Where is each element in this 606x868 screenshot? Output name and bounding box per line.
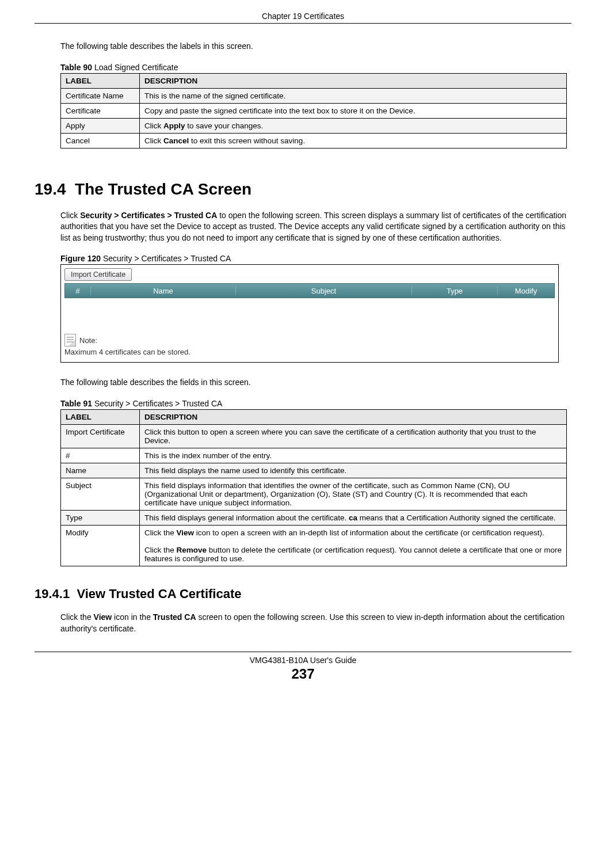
bold-text: Cancel xyxy=(163,136,189,145)
table-row: Type This field displays general informa… xyxy=(61,510,567,525)
text: Click the xyxy=(144,528,177,537)
cell-label: Certificate xyxy=(61,103,140,118)
table-row: LABEL DESCRIPTION xyxy=(61,73,567,88)
text: icon to open a screen with an in-depth l… xyxy=(194,528,544,537)
table-row: LABEL DESCRIPTION xyxy=(61,409,567,424)
bold-text: ca xyxy=(349,513,357,522)
cell-desc: Click this button to open a screen where… xyxy=(140,424,567,448)
table-row: Certificate Name This is the name of the… xyxy=(61,88,567,103)
figure-120-caption: Figure 120 Security > Certificates > Tru… xyxy=(60,254,571,263)
text: Click xyxy=(60,211,80,220)
col-header-modify: Modify xyxy=(498,287,554,295)
bold-text: Trusted CA xyxy=(153,612,196,622)
note-icon xyxy=(64,334,76,347)
section-title: The Trusted CA Screen xyxy=(75,180,251,198)
bold-text: Apply xyxy=(163,121,185,130)
import-certificate-button[interactable]: Import Certificate xyxy=(64,268,132,281)
cell-label: Cancel xyxy=(61,133,140,148)
text: Click xyxy=(144,136,163,145)
section-heading-19-4-1: 19.4.1 View Trusted CA Certificate xyxy=(35,587,571,601)
table-header-description: DESCRIPTION xyxy=(140,409,567,424)
cell-desc: This is the name of the signed certifica… xyxy=(140,88,567,103)
text: to save your changes. xyxy=(185,121,264,130)
text: Click the xyxy=(60,612,94,622)
figure-120-caption-bold: Figure 120 xyxy=(60,254,101,263)
table-row: Subject This field displays information … xyxy=(61,478,567,510)
cell-desc: Click the View icon to open a screen wit… xyxy=(140,525,567,566)
table-91: LABEL DESCRIPTION Import Certificate Cli… xyxy=(60,409,567,566)
section-19-4-para: Click Security > Certificates > Trusted … xyxy=(60,210,571,244)
section-title: View Trusted CA Certificate xyxy=(77,587,241,601)
cell-label: Name xyxy=(61,463,140,478)
cell-desc: This field displays the name used to ide… xyxy=(140,463,567,478)
table-header-label: LABEL xyxy=(61,73,140,88)
bold-text: Remove xyxy=(177,546,207,554)
text: means that a Certification Authority sig… xyxy=(357,513,555,522)
text: to exit this screen without saving. xyxy=(189,136,305,145)
intro-text-2: The following table describes the fields… xyxy=(60,377,571,389)
cell-desc: Click Apply to save your changes. xyxy=(140,118,567,133)
bold-text: Security > Certificates > Trusted CA xyxy=(80,211,217,220)
cell-label: Import Certificate xyxy=(61,424,140,448)
chapter-header: Chapter 19 Certificates xyxy=(35,12,571,21)
cell-label: Modify xyxy=(61,525,140,566)
table-row: Name This field displays the name used t… xyxy=(61,463,567,478)
section-19-4-1-para: Click the View icon in the Trusted CA sc… xyxy=(60,612,571,634)
header-rule xyxy=(35,23,571,24)
table-90-caption-rest: Load Signed Certificate xyxy=(92,63,178,72)
trusted-ca-table-header: # Name Subject Type Modify xyxy=(64,283,555,298)
table-header-label: LABEL xyxy=(61,409,140,424)
bold-text: View xyxy=(177,528,195,537)
note-max-text: Maximum 4 certificates can be stored. xyxy=(64,348,555,356)
col-header-name: Name xyxy=(91,287,236,295)
text: Click the xyxy=(144,546,177,554)
figure-120: Import Certificate # Name Subject Type M… xyxy=(60,264,571,363)
bold-text: View xyxy=(94,612,112,622)
section-heading-19-4: 19.4 The Trusted CA Screen xyxy=(35,180,571,199)
table-row: # This is the index number of the entry. xyxy=(61,448,567,463)
col-header-type: Type xyxy=(412,287,498,295)
table-row: Modify Click the View icon to open a scr… xyxy=(61,525,567,566)
text: This field displays general information … xyxy=(144,513,349,522)
cell-label: Apply xyxy=(61,118,140,133)
text: button to delete the certificate (or cer… xyxy=(144,546,562,563)
table-90-caption: Table 90 Load Signed Certificate xyxy=(60,63,571,72)
page-footer: VMG4381-B10A User's Guide 237 xyxy=(35,652,571,682)
cell-label: # xyxy=(61,448,140,463)
col-header-subject: Subject xyxy=(236,287,412,295)
table-90-caption-bold: Table 90 xyxy=(60,63,92,72)
table-91-caption-rest: Security > Certificates > Trusted CA xyxy=(92,399,222,408)
figure-120-caption-rest: Security > Certificates > Trusted CA xyxy=(101,254,231,263)
intro-text-1: The following table describes the labels… xyxy=(60,41,571,52)
table-91-caption: Table 91 Security > Certificates > Trust… xyxy=(60,399,571,408)
cell-desc: Copy and paste the signed certificate in… xyxy=(140,103,567,118)
footer-guide-title: VMG4381-B10A User's Guide xyxy=(35,656,571,665)
text: icon in the xyxy=(112,612,153,622)
table-row: Certificate Copy and paste the signed ce… xyxy=(61,103,567,118)
note-label: Note: xyxy=(79,336,97,345)
col-header-index: # xyxy=(65,287,91,295)
table-row: Cancel Click Cancel to exit this screen … xyxy=(61,133,567,148)
trusted-ca-table-body-empty xyxy=(64,298,555,330)
text: Click xyxy=(144,121,163,130)
note-row: Note: xyxy=(64,334,555,347)
figure-120-frame: Import Certificate # Name Subject Type M… xyxy=(60,264,559,363)
cell-desc: This field displays information that ide… xyxy=(140,478,567,510)
cell-desc: This field displays general information … xyxy=(140,510,567,525)
table-row: Import Certificate Click this button to … xyxy=(61,424,567,448)
cell-label: Subject xyxy=(61,478,140,510)
section-number: 19.4.1 xyxy=(35,587,70,601)
section-number: 19.4 xyxy=(35,180,66,198)
footer-rule xyxy=(35,652,571,652)
table-90: LABEL DESCRIPTION Certificate Name This … xyxy=(60,73,567,149)
cell-desc: This is the index number of the entry. xyxy=(140,448,567,463)
table-row: Apply Click Apply to save your changes. xyxy=(61,118,567,133)
cell-label: Type xyxy=(61,510,140,525)
table-header-description: DESCRIPTION xyxy=(140,73,567,88)
table-91-caption-bold: Table 91 xyxy=(60,399,92,408)
footer-page-number: 237 xyxy=(35,666,571,682)
cell-desc: Click Cancel to exit this screen without… xyxy=(140,133,567,148)
cell-label: Certificate Name xyxy=(61,88,140,103)
